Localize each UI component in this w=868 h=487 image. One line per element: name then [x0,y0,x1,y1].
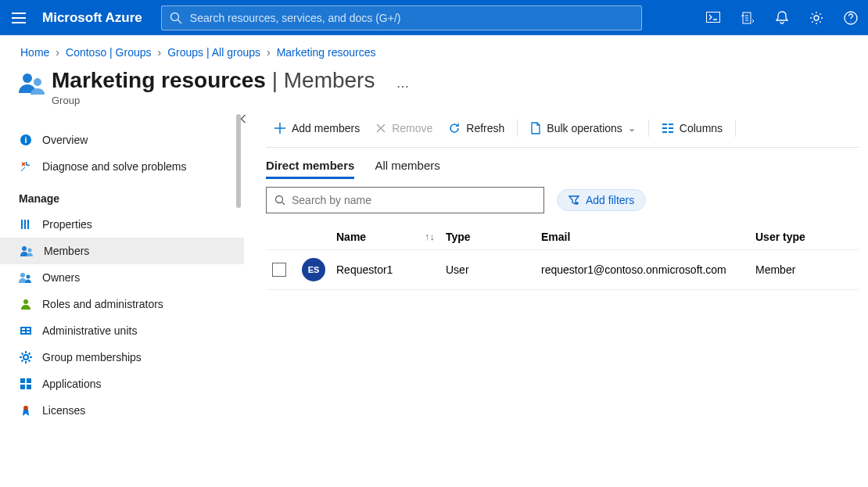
add-filters-label: Add filters [586,194,634,206]
sort-icon[interactable]: ↑↓ [425,231,435,242]
breadcrumb-sep: › [56,46,59,59]
global-search[interactable] [161,5,642,30]
sidebar-item-label: Applications [42,378,102,390]
page-title-main: Marketing resources [52,68,266,92]
sidebar-item-label: Administrative units [42,324,137,337]
svg-rect-22 [27,331,30,333]
hamburger-menu[interactable] [0,0,38,35]
add-filters-button[interactable]: Add filters [557,189,646,211]
toolbar-separator [735,120,736,137]
breadcrumb-current[interactable]: Marketing resources [277,46,376,59]
sidebar-item-diagnose[interactable]: Diagnose and solve problems [0,153,244,180]
name-search[interactable] [266,187,544,213]
toolbar-separator [517,120,518,137]
brand-label: Microsoft Azure [38,10,161,26]
search-icon [274,195,285,206]
cell-name: Requestor1 [336,263,446,276]
sidebar-item-licenses[interactable]: Licenses [0,397,244,424]
sidebar-item-applications[interactable]: Applications [0,371,244,397]
breadcrumb-sep: › [158,46,162,59]
owners-icon [19,270,33,285]
sidebar-item-label: Overview [42,134,88,146]
x-icon [375,123,386,134]
tab-all-members[interactable]: All members [375,159,439,179]
tab-direct-members[interactable]: Direct members [266,159,354,179]
breadcrumb: Home › Contoso | Groups › Groups | All g… [0,35,868,63]
svg-rect-12 [27,220,29,229]
page-type-label: Group [52,95,375,106]
admin-units-icon [19,324,33,338]
svg-point-17 [23,299,28,304]
sidebar-item-owners[interactable]: Owners [0,264,244,291]
sidebar-item-properties[interactable]: Properties [0,211,244,238]
page-title: Marketing resources | Members [52,68,375,93]
chevron-down-icon: ⌄ [628,123,636,134]
sidebar-item-label: Properties [42,218,92,231]
row-checkbox[interactable] [272,263,286,277]
cell-email: requestor1@contoso.onmicrosoft.com [541,263,755,276]
col-name[interactable]: Name ↑↓ [336,231,446,243]
more-actions-icon[interactable]: ⋯ [396,79,409,94]
svg-point-29 [276,196,283,203]
toolbar-label: Remove [392,122,432,134]
settings-icon[interactable] [799,0,834,35]
columns-icon [662,123,674,134]
filter-icon [569,195,579,206]
search-icon [170,12,182,24]
sidebar-item-roles[interactable]: Roles and administrators [0,291,244,317]
help-icon[interactable] [834,0,868,35]
sidebar-item-label: Roles and administrators [42,298,163,310]
plus-icon [274,122,286,134]
remove-button[interactable]: Remove [368,117,440,139]
sidebar-item-label: Members [44,245,89,257]
svg-point-16 [27,275,30,279]
svg-line-1 [178,20,181,23]
cell-user-type: Member [755,263,841,276]
col-user-type[interactable]: User type [755,231,841,243]
sidebar-item-members[interactable]: Members [0,238,244,264]
sidebar-item-label: Owners [42,271,80,284]
notifications-icon[interactable] [765,0,799,35]
col-type[interactable]: Type [446,231,541,243]
directory-filter-icon[interactable] [730,0,765,35]
wrench-icon [19,159,33,174]
scrollbar-thumb[interactable] [236,114,241,208]
svg-rect-20 [27,328,30,330]
avatar: ES [302,258,325,281]
page-title-sub: Members [284,68,375,92]
svg-rect-24 [20,378,25,383]
refresh-button[interactable]: Refresh [440,117,512,139]
name-search-input[interactable] [292,194,536,206]
sidebar-item-label: Licenses [42,404,85,417]
columns-button[interactable]: Columns [654,117,730,139]
svg-rect-26 [20,385,25,389]
svg-point-6 [23,73,32,83]
svg-rect-10 [21,220,23,229]
sidebar-heading-manage: Manage [0,180,244,211]
bulk-operations-button[interactable]: Bulk operations ⌄ [522,117,644,139]
add-members-button[interactable]: Add members [266,117,368,139]
breadcrumb-contoso[interactable]: Contoso | Groups [66,46,151,59]
svg-rect-21 [22,331,25,333]
sidebar-item-label: Group memberships [42,351,142,363]
breadcrumb-home[interactable]: Home [20,46,49,59]
members-icon [20,244,34,258]
cell-type: User [446,263,541,276]
sidebar-item-label: Diagnose and solve problems [42,160,186,173]
global-search-input[interactable] [190,12,633,24]
col-email[interactable]: Email [541,231,755,243]
svg-point-14 [28,249,32,252]
cloud-shell-icon[interactable] [696,0,730,35]
toolbar-label: Bulk operations [547,122,622,134]
svg-point-13 [22,246,27,251]
sidebar-item-admin-units[interactable]: Administrative units [0,317,244,344]
svg-rect-2 [707,12,720,22]
table-row[interactable]: ES Requestor1 User requestor1@contoso.on… [266,249,859,290]
license-icon [19,403,33,417]
person-icon [19,297,33,311]
sidebar-item-group-memberships[interactable]: Group memberships [0,344,244,371]
info-icon: i [19,133,33,147]
breadcrumb-groups[interactable]: Groups | All groups [167,46,260,59]
svg-point-7 [34,78,41,86]
sidebar-item-overview[interactable]: i Overview [0,127,244,153]
